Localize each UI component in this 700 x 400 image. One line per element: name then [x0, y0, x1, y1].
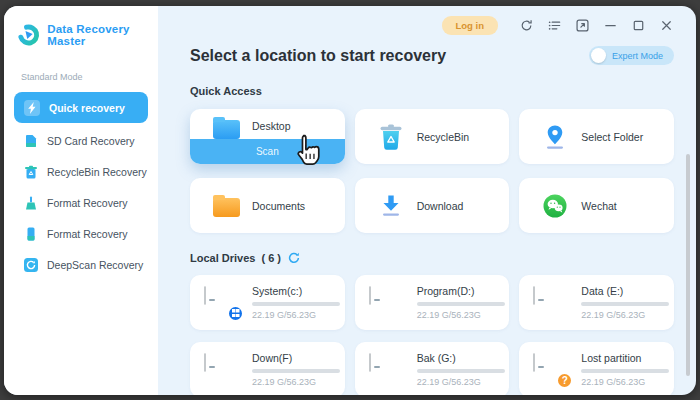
brand: Data Recovery Master — [17, 22, 158, 48]
hdd-windows-icon — [203, 287, 241, 319]
card-label: RecycleBin — [417, 131, 470, 143]
quick-access-download[interactable]: Download — [355, 178, 510, 233]
app-window: Data Recovery Master Standard Mode Quick… — [4, 6, 696, 395]
download-arrow-icon — [377, 193, 405, 219]
drive-system-c[interactable]: System(c:) 22.19 G/56.23G — [190, 275, 345, 330]
local-drives-count: ( 6 ) — [261, 252, 281, 264]
minimize-icon[interactable] — [603, 18, 618, 33]
share-icon[interactable] — [575, 18, 590, 33]
scrollbar[interactable] — [686, 154, 690, 376]
usage-bar — [252, 369, 340, 373]
list-icon[interactable] — [547, 18, 562, 33]
card-label: Download — [417, 200, 464, 212]
close-icon[interactable] — [659, 18, 674, 33]
quick-access-recyclebin[interactable]: RecycleBin — [355, 109, 510, 164]
sidebar-item-label: Quick recovery — [49, 102, 125, 114]
drives-grid: System(c:) 22.19 G/56.23G Program(D:) 22… — [190, 275, 674, 395]
mode-label: Standard Mode — [21, 72, 158, 82]
card-label: Wechat — [581, 200, 616, 212]
titlebar: Log in — [190, 6, 674, 34]
usb-drive-icon — [24, 227, 38, 241]
quick-access-title: Quick Access — [190, 85, 674, 97]
sidebar-item-format-recovery-2[interactable]: Format Recovery — [14, 221, 148, 247]
usage-bar — [581, 369, 669, 373]
card-label: Desktop — [252, 120, 291, 132]
usage-bar — [417, 302, 505, 306]
sidebar-item-sd-card-recovery[interactable]: SD Card Recovery — [14, 128, 148, 154]
maximize-icon[interactable] — [631, 18, 646, 33]
card-label: Documents — [252, 200, 305, 212]
usage-bar — [252, 302, 340, 306]
quick-access-grid: Desktop Scan — [190, 109, 674, 233]
hdd-icon — [368, 354, 406, 386]
app-title: Data Recovery Master — [47, 23, 158, 47]
drive-down-f[interactable]: Down(F) 22.19 G/56.23G — [190, 342, 345, 395]
usage-bar — [581, 302, 669, 306]
sidebar-item-recyclebin-recovery[interactable]: RecycleBin Recovery — [14, 159, 148, 185]
sidebar-item-label: RecycleBin Recovery — [47, 166, 147, 178]
hdd-icon — [532, 287, 570, 319]
refresh-icon[interactable] — [519, 18, 534, 33]
drives-refresh-icon[interactable] — [287, 251, 301, 265]
hdd-icon — [368, 287, 406, 319]
wechat-icon — [541, 193, 569, 219]
app-logo-icon — [17, 22, 40, 48]
drive-bak-g[interactable]: Bak (G:) 22.19 G/56.23G — [355, 342, 510, 395]
sidebar: Data Recovery Master Standard Mode Quick… — [4, 6, 158, 395]
hdd-icon — [203, 354, 241, 386]
sidebar-nav: Quick recovery SD Card Recovery RecycleB… — [4, 92, 158, 283]
sidebar-item-format-recovery[interactable]: Format Recovery — [14, 190, 148, 216]
quick-access-wechat[interactable]: Wechat — [519, 178, 674, 233]
sidebar-item-label: Format Recovery — [47, 197, 128, 209]
expert-mode-label: Expert Mode — [612, 51, 672, 61]
hdd-question-icon: ? — [532, 354, 570, 386]
deep-scan-icon — [24, 258, 38, 272]
sidebar-item-deepscan-recovery[interactable]: DeepScan Recovery — [14, 252, 148, 278]
card-label: Select Folder — [581, 131, 643, 143]
lightning-icon — [24, 100, 40, 116]
sidebar-item-quick-recovery[interactable]: Quick recovery — [14, 92, 148, 123]
scan-button[interactable]: Scan — [190, 139, 345, 164]
sidebar-item-label: Format Recovery — [47, 228, 128, 240]
expert-mode-toggle[interactable]: Expert Mode — [589, 46, 674, 65]
broom-icon — [24, 196, 38, 210]
sd-card-icon — [24, 134, 38, 148]
quick-access-desktop[interactable]: Desktop Scan — [190, 109, 345, 164]
sidebar-item-label: DeepScan Recovery — [47, 259, 143, 271]
recyclebin-icon — [377, 123, 405, 151]
toggle-knob — [591, 48, 606, 63]
documents-folder-icon — [212, 195, 240, 217]
login-button[interactable]: Log in — [442, 16, 499, 35]
page-title: Select a location to start recovery — [190, 47, 446, 65]
quick-access-select-folder[interactable]: Select Folder — [519, 109, 674, 164]
sidebar-item-label: SD Card Recovery — [47, 135, 135, 147]
main-area: Log in — [158, 6, 696, 395]
local-drives-title: Local Drives — [190, 252, 255, 264]
drive-program-d[interactable]: Program(D:) 22.19 G/56.23G — [355, 275, 510, 330]
usage-bar — [417, 369, 505, 373]
quick-access-documents[interactable]: Documents — [190, 178, 345, 233]
trash-icon — [24, 165, 38, 179]
desktop-folder-icon — [212, 117, 240, 139]
drive-lost-partition[interactable]: ? Lost partition 22.19 G/56.23G — [519, 342, 674, 395]
drive-data-e[interactable]: Data (E:) 22.19 G/56.23G — [519, 275, 674, 330]
location-pin-icon — [541, 124, 569, 150]
